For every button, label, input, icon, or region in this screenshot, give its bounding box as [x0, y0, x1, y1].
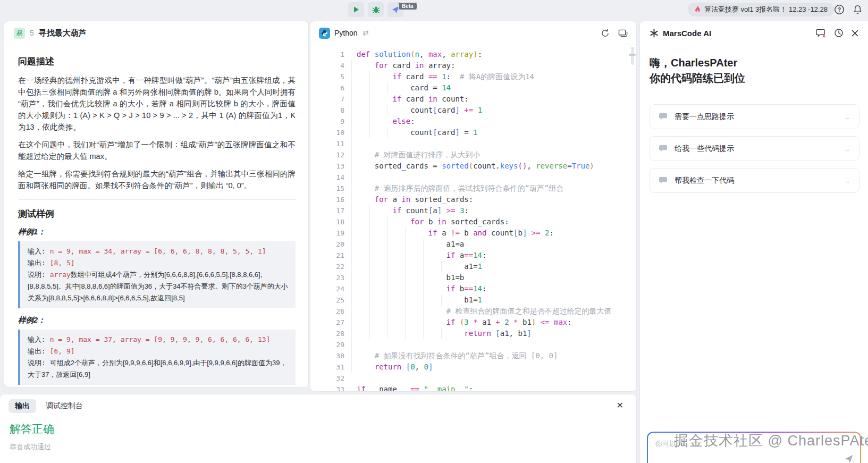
assistant-input-box [647, 432, 861, 463]
problem-description-area[interactable]: 问题描述 在一场经典的德州扑克游戏中，有一种牌型叫做“葫芦”。“葫芦”由五张牌组… [4, 46, 308, 387]
suggestion-card-check-code[interactable]: 帮我检查一下代码 → [650, 168, 859, 193]
tab-output[interactable]: 输出 [9, 399, 36, 413]
reset-code-icon[interactable] [601, 29, 610, 38]
code-line[interactable]: 5 if card == 1: # 将A的牌面值设为14 [310, 71, 636, 82]
code-line[interactable]: 31 return [0, 0] [310, 361, 636, 373]
code-line[interactable]: 6 card = 14 [310, 82, 636, 94]
difficulty-badge: 易 [14, 28, 25, 39]
code-line[interactable]: 24 if b==14: [310, 283, 636, 294]
example-input-value: n = 9, max = 34, array = [6, 6, 6, 8, 8,… [50, 247, 266, 255]
contest-banner[interactable]: 算法竞技赛 vol1 3报名啦！ 12.23 -12.28 [688, 3, 834, 16]
format-discussion-icon[interactable] [618, 29, 628, 38]
code-line[interactable]: 4 for card in array: [310, 60, 636, 71]
line-number: 24 [310, 283, 344, 294]
code-line[interactable]: 18 for b in sorted_cards: [310, 216, 636, 228]
code-lines: 1def solution(n, max, array):4 for card … [310, 49, 636, 391]
swap-language-icon[interactable] [362, 30, 369, 36]
code-line[interactable]: 21 if a==14: [310, 250, 636, 261]
arrow-right-icon: → [842, 176, 850, 185]
code-line[interactable]: 14 [310, 172, 636, 183]
flame-icon [694, 6, 701, 14]
example-output-value: [8, 5] [50, 259, 75, 267]
example-input-value: n = 9, max = 37, array = [9, 9, 9, 9, 6,… [50, 335, 271, 343]
suggestion-label: 需要一点思路提示 [675, 112, 734, 122]
code-line[interactable]: 29 [310, 339, 636, 350]
line-number: 12 [310, 149, 344, 161]
line-number: 18 [310, 216, 344, 228]
problem-panel: 易 5 寻找最大葫芦 问题描述 在一场经典的德州扑克游戏中，有一种牌型叫做“葫芦… [4, 21, 308, 387]
line-number: 23 [310, 272, 344, 283]
history-icon[interactable] [834, 28, 844, 38]
assistant-close-icon[interactable] [852, 30, 858, 37]
code-editor[interactable]: 1def solution(n, max, array):4 for card … [310, 46, 636, 391]
code-line[interactable]: 22 a1=1 [310, 261, 636, 272]
code-line[interactable]: 12 # 对牌面值进行排序，从大到小 [310, 149, 636, 161]
arrow-right-icon: → [842, 112, 850, 121]
code-line[interactable]: 9 else: [310, 116, 636, 127]
line-number: 4 [310, 60, 344, 71]
editor-scrollbar[interactable] [631, 47, 634, 65]
help-button[interactable]: ? [833, 4, 845, 15]
code-line[interactable]: 25 b1=1 [310, 294, 636, 306]
code-line[interactable]: 26 # 检查组合的牌面值之和是否不超过给定的最大值 [310, 306, 636, 317]
line-number: 14 [310, 172, 344, 183]
example-label: 样例1： [18, 227, 296, 237]
code-line[interactable]: 11 [310, 138, 636, 149]
editor-header: Python [310, 21, 636, 45]
result-subtitle: 恭喜成功通过 [10, 442, 636, 452]
suggestion-card-code-hint[interactable]: 给我一些代码提示 → [650, 136, 859, 161]
code-line[interactable]: 28 return [a1, b1] [310, 328, 636, 339]
example-input-line: 输入: n = 9, max = 37, array = [9, 9, 9, 9… [28, 334, 288, 346]
result-title: 解答正确 [10, 422, 636, 436]
code-line[interactable]: 8 count[card] += 1 [310, 105, 636, 116]
section-divider [18, 199, 296, 200]
line-number: 17 [310, 205, 344, 216]
output-tabs: 输出 调试控制台 [0, 394, 636, 413]
line-number: 28 [310, 328, 344, 339]
code-line[interactable]: 15 # 遍历排序后的牌面值，尝试找到符合条件的“葫芦”组合 [310, 183, 636, 194]
panel-resize-handle[interactable] [629, 54, 636, 56]
code-line[interactable]: 19 if a != b and count[b] >= 2: [310, 228, 636, 239]
tab-debug-console[interactable]: 调试控制台 [39, 399, 89, 413]
line-number: 30 [310, 350, 344, 361]
code-line[interactable]: 1def solution(n, max, array): [310, 49, 636, 60]
code-line[interactable]: 30 # 如果没有找到符合条件的“葫芦”组合，返回 [0, 0] [310, 350, 636, 361]
chat-bubble-icon [659, 145, 668, 153]
line-number: 22 [310, 261, 344, 272]
greeting-line-2: 你的代码陪练已到位 [650, 71, 859, 86]
output-close-icon[interactable]: ✕ [617, 401, 623, 410]
example-note-line: 说明: array数组中可组成4个葫芦，分别为[6,6,6,8,8],[6,6,… [28, 269, 288, 304]
editor-panel: Python 1def solution(n, max, array):4 fo… [310, 21, 636, 391]
assistant-input[interactable] [648, 433, 860, 463]
line-number: 20 [310, 239, 344, 250]
code-line[interactable]: 17 if count[a] >= 3: [310, 205, 636, 216]
code-line[interactable]: 13 sorted_cards = sorted(count.keys(), r… [310, 161, 636, 172]
code-line[interactable]: 23 b1=b [310, 272, 636, 283]
send-icon[interactable] [844, 454, 854, 463]
line-number: 29 [310, 339, 344, 350]
notifications-button[interactable] [852, 4, 863, 15]
line-number: 31 [310, 361, 344, 373]
run-button[interactable] [348, 2, 364, 17]
line-number: 5 [310, 71, 344, 82]
problem-number: 5 [30, 29, 34, 37]
assistant-title: MarsCode AI [663, 29, 711, 38]
code-line[interactable]: 20 a1=a [310, 239, 636, 250]
language-selector[interactable]: Python [334, 29, 358, 37]
bug-icon [372, 6, 380, 14]
code-line[interactable]: 16 for a in sorted_cards: [310, 194, 636, 205]
line-number: 1 [310, 49, 344, 60]
code-line[interactable]: 7 if card in count: [310, 94, 636, 105]
code-line[interactable]: 27 if (3 * a1 + 2 * b1) <= max: [310, 317, 636, 328]
section-heading-examples: 测试样例 [18, 208, 296, 220]
debug-button[interactable] [368, 2, 384, 17]
code-line[interactable]: 10 count[card] = 1 [310, 127, 636, 138]
code-line[interactable]: 33if __name__ == "__main__": [310, 384, 636, 391]
code-line[interactable]: 32 [310, 373, 636, 384]
marscode-logo-icon [650, 29, 659, 38]
suggestion-card-idea-hint[interactable]: 需要一点思路提示 → [650, 104, 859, 129]
example-block: 输入: n = 9, max = 37, array = [9, 9, 9, 9… [18, 330, 296, 385]
problem-paragraph: 给定一组牌，你需要找到符合规则的最大的“葫芦”组合，并输出其中三张相同的牌面和两… [18, 168, 296, 191]
new-chat-icon[interactable] [816, 28, 826, 38]
example-note-line: 说明: 可组成2个葫芦，分别为[9,9,9,6,6]和[6,6,6,9,9],由… [28, 357, 288, 381]
